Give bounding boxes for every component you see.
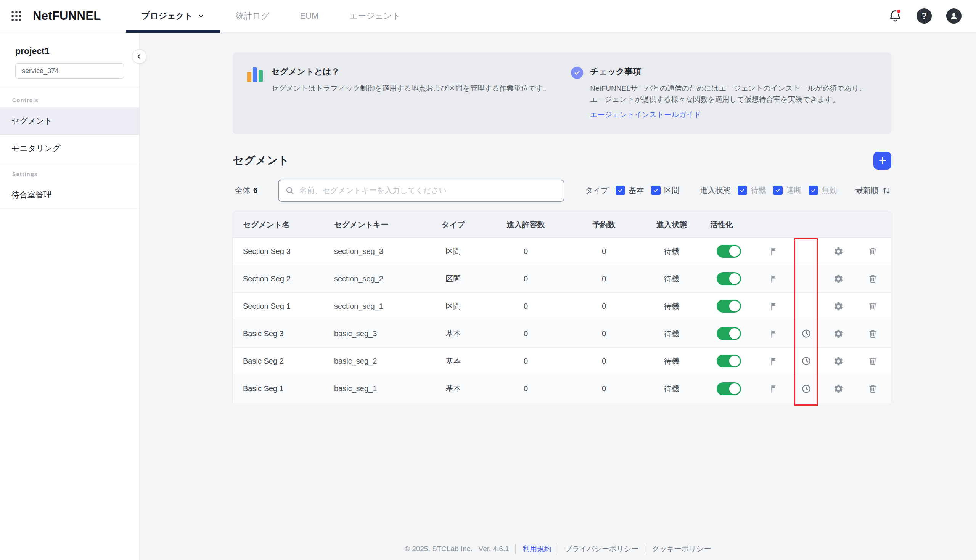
checkbox-blocked[interactable] <box>773 186 782 195</box>
delete-trash-icon[interactable] <box>865 271 881 286</box>
segment-key: section_seg_1 <box>323 302 420 311</box>
segment-type: 区間 <box>420 301 487 312</box>
settings-gear-icon[interactable] <box>831 326 846 341</box>
segment-name: Basic Seg 3 <box>233 329 323 338</box>
checkbox-label: 遮断 <box>786 185 802 195</box>
search-icon <box>285 186 295 195</box>
settings-gear-icon[interactable] <box>831 353 846 368</box>
segment-key: section_seg_2 <box>323 275 420 283</box>
segment-allowed: 0 <box>487 329 565 338</box>
terms-link[interactable]: 利用規約 <box>515 544 552 554</box>
settings-gear-icon[interactable] <box>831 271 846 286</box>
checkbox-section[interactable] <box>651 186 661 195</box>
type-option-basic[interactable]: 基本 <box>616 185 644 195</box>
flag-icon[interactable] <box>766 326 781 341</box>
flag-icon[interactable] <box>766 243 781 259</box>
segment-type: 基本 <box>420 328 487 339</box>
active-toggle[interactable] <box>717 355 741 367</box>
segments-illustration-icon <box>247 67 263 82</box>
segment-name: Section Seg 2 <box>233 275 323 283</box>
notification-badge-dot <box>896 9 901 14</box>
privacy-policy-link[interactable]: プライバシーポリシー <box>557 544 639 554</box>
check-circle-icon <box>571 67 583 79</box>
nav-tab-eum[interactable]: EUM <box>285 0 334 32</box>
segment-section-header: セグメント <box>233 152 891 170</box>
segment-state: 待機 <box>643 246 700 257</box>
active-toggle[interactable] <box>717 272 741 285</box>
flag-icon[interactable] <box>766 271 781 286</box>
delete-trash-icon[interactable] <box>865 326 881 341</box>
flag-icon[interactable] <box>766 353 781 368</box>
delete-trash-icon[interactable] <box>865 381 881 397</box>
segment-type: 区間 <box>420 274 487 284</box>
segment-state: 待機 <box>643 383 700 394</box>
segment-type: 基本 <box>420 356 487 366</box>
account-avatar-icon[interactable] <box>946 8 961 23</box>
nav-tab-label: 統計ログ <box>235 10 269 22</box>
delete-trash-icon[interactable] <box>865 353 881 368</box>
nav-tab-statistics[interactable]: 統計ログ <box>220 0 285 32</box>
settings-gear-icon[interactable] <box>831 298 846 314</box>
type-option-section[interactable]: 区間 <box>651 185 680 195</box>
agent-install-guide-link[interactable]: エージェントインストールガイド <box>590 110 701 120</box>
chevron-down-icon <box>197 12 205 20</box>
segment-reserved: 0 <box>565 247 643 256</box>
sidebar-item-waiting-room[interactable]: 待合室管理 <box>0 181 139 208</box>
apps-grid-icon[interactable] <box>10 10 23 22</box>
delete-trash-icon[interactable] <box>865 298 881 314</box>
sidebar-item-monitoring[interactable]: モニタリング <box>0 135 139 162</box>
state-option-disabled[interactable]: 無効 <box>809 185 837 195</box>
sidebar-item-segment[interactable]: セグメント <box>0 107 139 135</box>
schedule-clock-icon[interactable] <box>799 326 814 341</box>
copyright-text: © 2025. STCLab Inc. <box>405 545 472 553</box>
notifications-bell-icon[interactable] <box>888 9 902 23</box>
filter-bar: 全体6 タイプ 基本 区間 進入状態 <box>233 180 891 202</box>
service-select[interactable]: service_374 <box>15 63 124 78</box>
info-banner: セグメントとは？ セグメントはトラフィック制御を適用する地点および区間を管理する… <box>233 52 891 134</box>
checkbox-disabled[interactable] <box>809 186 818 195</box>
active-toggle[interactable] <box>717 382 741 395</box>
segment-reserved: 0 <box>565 384 643 393</box>
add-segment-button[interactable] <box>873 152 891 170</box>
table-body: Section Seg 3 section_seg_3 区間 0 0 待機 Se… <box>233 238 891 403</box>
flag-icon[interactable] <box>766 381 781 397</box>
col-header-allowed: 進入許容数 <box>487 220 565 230</box>
checkbox-waiting[interactable] <box>737 186 747 195</box>
flag-icon[interactable] <box>766 298 781 314</box>
col-header-name: セグメント名 <box>233 220 323 230</box>
brand-logo[interactable]: NetFUNNEL <box>33 9 101 23</box>
active-toggle[interactable] <box>717 245 741 258</box>
sort-control[interactable]: 最新順 <box>856 185 891 195</box>
sort-label: 最新順 <box>856 185 878 195</box>
nav-tab-agent[interactable]: エージェント <box>334 0 416 32</box>
delete-trash-icon[interactable] <box>865 243 881 259</box>
sort-arrows-icon <box>881 186 891 195</box>
help-icon[interactable]: ? <box>916 8 932 23</box>
nav-tab-project[interactable]: プロジェクト <box>126 0 220 32</box>
main-nav: プロジェクト 統計ログ EUM エージェント <box>126 0 416 32</box>
segment-allowed: 0 <box>487 302 565 311</box>
state-option-waiting[interactable]: 待機 <box>737 185 766 195</box>
active-toggle[interactable] <box>717 327 741 340</box>
segment-table: セグメント名 セグメントキー タイプ 進入許容数 予約数 進入状態 活性化 Se… <box>233 212 891 403</box>
table-row: Basic Seg 3 basic_seg_3 基本 0 0 待機 <box>233 320 891 348</box>
cookie-policy-link[interactable]: クッキーポリシー <box>644 544 711 554</box>
settings-gear-icon[interactable] <box>831 381 846 397</box>
checkbox-basic[interactable] <box>616 186 625 195</box>
banner-what-is-segment: セグメントとは？ セグメントはトラフィック制御を適用する地点および区間を管理する… <box>247 66 571 120</box>
checkbox-label: 無効 <box>822 185 837 195</box>
col-header-state: 進入状態 <box>643 220 700 230</box>
segment-allowed: 0 <box>487 275 565 283</box>
active-toggle[interactable] <box>717 300 741 313</box>
search-input[interactable] <box>299 186 557 195</box>
state-option-blocked[interactable]: 遮断 <box>773 185 802 195</box>
state-filter-group: 進入状態 待機 遮断 無効 <box>700 185 837 195</box>
schedule-clock-icon[interactable] <box>799 353 814 368</box>
settings-gear-icon[interactable] <box>831 243 846 259</box>
total-count: 全体6 <box>235 185 257 195</box>
segment-name: Basic Seg 1 <box>233 384 323 393</box>
segment-reserved: 0 <box>565 357 643 366</box>
schedule-clock-icon[interactable] <box>799 381 814 397</box>
sidebar-collapse-button[interactable] <box>132 49 147 64</box>
sidebar-item-label: セグメント <box>12 115 52 126</box>
